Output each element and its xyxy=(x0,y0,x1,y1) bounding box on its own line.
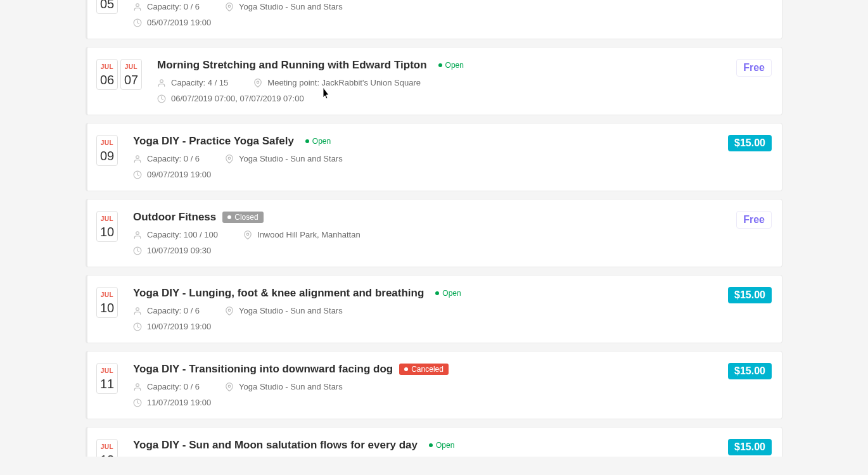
clock-icon xyxy=(133,18,142,27)
svg-point-9 xyxy=(136,231,139,234)
date-day: 10 xyxy=(97,301,117,315)
capacity-item: Capacity: 4 / 15 xyxy=(157,78,228,87)
date-column: JUL05 xyxy=(96,0,118,14)
event-card[interactable]: JUL10Outdoor FitnessClosedCapacity: 100 … xyxy=(86,199,782,267)
svg-point-13 xyxy=(228,309,231,312)
event-title[interactable]: Yoga DIY - Lunging, foot & knee alignmen… xyxy=(133,287,424,300)
status-dot-icon xyxy=(429,443,433,447)
status-text: Open xyxy=(312,137,331,146)
price-badge: Free xyxy=(736,211,772,229)
event-body: Yoga DIY - Practice Yoga SafelyOpenCapac… xyxy=(133,135,713,179)
date-box: JUL07 xyxy=(120,59,142,90)
status-dot-icon xyxy=(305,139,309,143)
event-card[interactable]: JUL05Yoga DIY - Sun and Moon salutation … xyxy=(86,0,782,39)
time-item: 06/07/2019 07:00, 07/07/2019 07:00 xyxy=(157,94,304,103)
capacity-item: Capacity: 0 / 6 xyxy=(133,154,200,163)
location-text: Yoga Studio - Sun and Stars xyxy=(239,382,343,391)
event-card[interactable]: JUL06JUL07Morning Stretching and Running… xyxy=(86,47,782,115)
event-body: Yoga DIY - Transitioning into downward f… xyxy=(133,363,713,407)
status-dot-icon xyxy=(435,291,439,295)
svg-point-10 xyxy=(246,233,249,236)
date-month: JUL xyxy=(97,291,117,298)
event-card[interactable]: JUL09Yoga DIY - Practice Yoga SafelyOpen… xyxy=(86,123,782,191)
date-box: JUL05 xyxy=(96,0,118,14)
status-text: Closed xyxy=(234,213,258,222)
meta-row: 11/07/2019 19:00 xyxy=(133,398,713,407)
event-title[interactable]: Morning Stretching and Running with Edwa… xyxy=(157,59,427,72)
svg-point-16 xyxy=(228,385,231,388)
event-body: Yoga DIY - Sun and Moon salutation flows… xyxy=(133,439,713,457)
person-icon xyxy=(133,231,142,239)
date-month: JUL xyxy=(97,367,117,374)
svg-point-0 xyxy=(136,3,139,6)
time-text: 06/07/2019 07:00, 07/07/2019 07:00 xyxy=(171,94,304,103)
clock-icon xyxy=(157,94,166,103)
person-icon xyxy=(133,155,142,163)
status-dot-icon xyxy=(438,63,442,67)
events-list: JUL05Yoga DIY - Sun and Moon salutation … xyxy=(86,0,782,457)
event-title[interactable]: Outdoor Fitness xyxy=(133,211,216,224)
status-dot-icon xyxy=(404,367,408,371)
status-text: Open xyxy=(442,289,461,298)
location-item: Yoga Studio - Sun and Stars xyxy=(225,306,343,315)
date-column: JUL10 xyxy=(96,287,118,318)
time-item: 09/07/2019 19:00 xyxy=(133,170,211,179)
time-item: 10/07/2019 09:30 xyxy=(133,246,211,255)
clock-icon xyxy=(133,246,142,255)
location-text: Yoga Studio - Sun and Stars xyxy=(239,154,343,163)
date-box: JUL10 xyxy=(96,211,118,242)
capacity-text: Capacity: 0 / 6 xyxy=(147,154,200,163)
meta-row: 09/07/2019 19:00 xyxy=(133,170,713,179)
date-day: 10 xyxy=(97,225,117,239)
person-icon xyxy=(133,383,142,391)
location-text: Inwood Hill Park, Manhattan xyxy=(257,230,361,239)
location-item: Yoga Studio - Sun and Stars xyxy=(225,2,343,11)
event-body: Yoga DIY - Sun and Moon salutation flows… xyxy=(133,0,713,27)
svg-point-1 xyxy=(228,5,231,8)
pin-icon xyxy=(243,231,252,239)
status-badge: Canceled xyxy=(399,364,449,375)
svg-point-7 xyxy=(228,157,231,160)
date-month: JUL xyxy=(97,215,117,222)
capacity-text: Capacity: 0 / 6 xyxy=(147,382,200,391)
date-box: JUL10 xyxy=(96,287,118,318)
capacity-text: Capacity: 4 / 15 xyxy=(171,78,228,87)
event-title[interactable]: Yoga DIY - Practice Yoga Safely xyxy=(133,135,294,148)
date-day: 11 xyxy=(97,377,117,391)
meta-row: 10/07/2019 19:00 xyxy=(133,322,713,331)
price-badge: $15.00 xyxy=(728,135,772,151)
date-column: JUL12 xyxy=(96,439,118,457)
price-badge: Free xyxy=(736,59,772,77)
clock-icon xyxy=(133,170,142,179)
title-row: Yoga DIY - Lunging, foot & knee alignmen… xyxy=(133,287,713,300)
event-title[interactable]: Yoga DIY - Transitioning into downward f… xyxy=(133,363,393,376)
capacity-item: Capacity: 100 / 100 xyxy=(133,230,218,239)
event-card[interactable]: JUL12Yoga DIY - Sun and Moon salutation … xyxy=(86,427,782,457)
title-row: Yoga DIY - Transitioning into downward f… xyxy=(133,363,713,376)
price-badge: $15.00 xyxy=(728,287,772,303)
status-dot-icon xyxy=(227,215,231,219)
svg-point-6 xyxy=(136,155,139,158)
price-column: $15.00 xyxy=(728,135,772,151)
pin-icon xyxy=(225,155,234,163)
date-day: 06 xyxy=(97,73,117,87)
capacity-text: Capacity: 0 / 6 xyxy=(147,2,200,11)
date-month: JUL xyxy=(97,443,117,450)
time-item: 11/07/2019 19:00 xyxy=(133,398,211,407)
svg-point-15 xyxy=(136,383,139,386)
time-item: 10/07/2019 19:00 xyxy=(133,322,211,331)
meta-row: Capacity: 0 / 6Yoga Studio - Sun and Sta… xyxy=(133,306,713,315)
time-item: 05/07/2019 19:00 xyxy=(133,18,211,27)
event-title[interactable]: Yoga DIY - Sun and Moon salutation flows… xyxy=(133,439,418,452)
clock-icon xyxy=(133,322,142,331)
svg-point-4 xyxy=(257,81,260,83)
date-column: JUL11 xyxy=(96,363,118,394)
status-badge: Open xyxy=(424,440,459,451)
date-day: 05 xyxy=(97,0,117,11)
event-card[interactable]: JUL11Yoga DIY - Transitioning into downw… xyxy=(86,351,782,419)
event-card[interactable]: JUL10Yoga DIY - Lunging, foot & knee ali… xyxy=(86,275,782,343)
date-month: JUL xyxy=(97,139,117,146)
pin-icon xyxy=(225,307,234,315)
location-item: Yoga Studio - Sun and Stars xyxy=(225,154,343,163)
pin-icon xyxy=(225,3,234,11)
